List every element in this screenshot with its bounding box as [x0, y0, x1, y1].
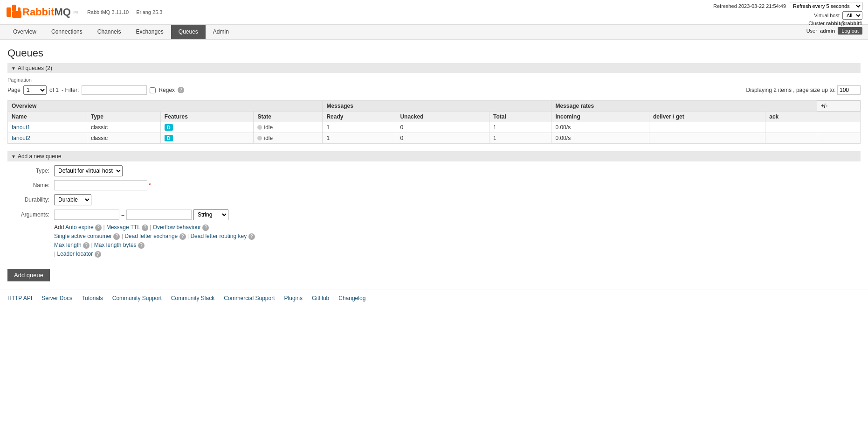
col-ack: ack: [765, 112, 817, 122]
cell-ready: 1: [323, 133, 396, 144]
displaying-info: Displaying 2 items , page size up to:: [746, 85, 861, 95]
pagination-label: Pagination: [7, 77, 861, 83]
col-ready: Ready: [323, 112, 396, 122]
col-features: Features: [160, 112, 254, 122]
dead-letter-exchange-help[interactable]: ?: [179, 233, 186, 240]
page-select[interactable]: 1: [23, 85, 47, 95]
name-label: Name:: [7, 182, 54, 189]
page-size-input[interactable]: [837, 85, 861, 95]
nav-channels[interactable]: Channels: [90, 25, 129, 39]
dead-letter-routing-key-link[interactable]: Dead letter routing key: [190, 233, 247, 239]
cell-extra: [817, 122, 860, 133]
regex-checkbox[interactable]: [150, 87, 156, 93]
overflow-behaviour-help[interactable]: ?: [202, 224, 209, 231]
cell-features: D: [160, 133, 254, 144]
cell-name[interactable]: fanout2: [8, 133, 87, 144]
auto-expire-link[interactable]: Auto expire: [65, 224, 94, 231]
help-regex[interactable]: ?: [178, 87, 184, 93]
leader-locator-help[interactable]: ?: [95, 251, 101, 258]
cell-incoming: 0.00/s: [551, 122, 649, 133]
footer-tutorials[interactable]: Tutorials: [82, 295, 103, 301]
cluster-line: Cluster rabbit@rabbit1: [713, 21, 862, 26]
max-length-bytes-help[interactable]: ?: [138, 242, 145, 249]
message-ttl-link[interactable]: Message TTL: [106, 224, 140, 231]
footer-github[interactable]: GitHub: [312, 295, 329, 301]
footer-plugins[interactable]: Plugins: [284, 295, 303, 301]
footer-http-api[interactable]: HTTP API: [7, 295, 32, 301]
cluster-label: Cluster: [808, 21, 825, 26]
arg-key-input[interactable]: [54, 210, 119, 220]
refresh-line: Refreshed 2023-03-22 21:54:49 Refresh ev…: [713, 2, 862, 10]
footer-community-slack[interactable]: Community Slack: [171, 295, 214, 301]
nav-admin[interactable]: Admin: [206, 25, 236, 39]
footer: HTTP API Server Docs Tutorials Community…: [0, 289, 868, 307]
all-queues-label: All queues (2): [18, 65, 52, 71]
cell-total: 1: [489, 122, 551, 133]
cell-unacked: 0: [396, 133, 489, 144]
vhost-label: Virtual host: [814, 13, 840, 18]
nav-exchanges[interactable]: Exchanges: [128, 25, 171, 39]
single-active-consumer-link[interactable]: Single active consumer: [54, 233, 112, 239]
table-row: fanout2 classic D idle 1 0 1 0.00/s: [8, 133, 861, 144]
nav-connections[interactable]: Connections: [44, 25, 90, 39]
message-ttl-help[interactable]: ?: [142, 224, 148, 231]
logout-button[interactable]: Log out: [838, 27, 862, 35]
queue-link[interactable]: fanout1: [12, 124, 30, 131]
feature-badge: D: [165, 135, 173, 141]
cell-extra: [817, 133, 860, 144]
arg-type-select[interactable]: String Boolean Number List: [193, 209, 228, 220]
page-title: Queues: [7, 47, 861, 59]
state-indicator: idle: [257, 124, 318, 131]
footer-changelog[interactable]: Changelog: [338, 295, 365, 301]
durability-select[interactable]: Durable Transient: [54, 194, 91, 205]
max-length-bytes-link[interactable]: Max length bytes: [94, 242, 137, 248]
footer-commercial-support[interactable]: Commercial Support: [224, 295, 275, 301]
filter-label: - Filter:: [62, 87, 79, 93]
vhost-select[interactable]: All: [842, 11, 862, 20]
col-type: Type: [87, 112, 160, 122]
version-info: RabbitMQ 3.11.10 Erlang 25.3: [87, 9, 163, 15]
type-select[interactable]: Default for virtual host Classic Quorum …: [54, 165, 123, 176]
col-unacked: Unacked: [396, 112, 489, 122]
leader-locator-link[interactable]: Leader locator: [57, 251, 93, 257]
arg-value-input[interactable]: [126, 210, 192, 220]
refresh-select[interactable]: Refresh every 5 seconds Refresh every 10…: [789, 2, 862, 10]
auto-expire-help[interactable]: ?: [95, 224, 102, 231]
cell-total: 1: [489, 133, 551, 144]
vhost-line: Virtual host All: [713, 11, 862, 20]
cell-name[interactable]: fanout1: [8, 122, 87, 133]
nav-queues[interactable]: Queues: [171, 25, 206, 39]
svg-rect-0: [7, 7, 11, 17]
help-links-row1: Add Auto expire ? | Message TTL ? | Over…: [54, 224, 861, 231]
user-name: admin: [820, 28, 835, 34]
add-queue-label: Add a new queue: [18, 153, 61, 160]
type-label: Type:: [7, 168, 54, 174]
plus-minus-btn[interactable]: +/-: [817, 101, 860, 112]
all-queues-header[interactable]: ▼ All queues (2): [7, 63, 861, 73]
regex-label: Regex: [158, 87, 175, 93]
single-active-consumer-help[interactable]: ?: [113, 233, 120, 240]
rabbitmq-version: RabbitMQ 3.11.10: [87, 9, 129, 15]
overflow-behaviour-link[interactable]: Overflow behaviour: [153, 224, 201, 231]
max-length-link[interactable]: Max length: [54, 242, 82, 248]
max-length-help[interactable]: ?: [83, 242, 90, 249]
state-indicator: idle: [257, 135, 318, 141]
name-input[interactable]: [54, 180, 147, 190]
user-label: User: [806, 28, 817, 34]
queue-link[interactable]: fanout2: [12, 135, 30, 141]
state-dot: [257, 125, 262, 130]
user-line: User admin Log out: [713, 27, 862, 35]
cell-state: idle: [254, 122, 323, 133]
add-queue-header[interactable]: ▼ Add a new queue: [7, 151, 861, 161]
overview-group-header: Overview: [8, 101, 323, 112]
nav-overview[interactable]: Overview: [6, 25, 44, 39]
cell-type: classic: [87, 133, 160, 144]
filter-input[interactable]: [82, 85, 147, 95]
arguments-row: Arguments: = String Boolean Number List: [7, 209, 861, 220]
footer-server-docs[interactable]: Server Docs: [41, 295, 72, 301]
footer-community-support[interactable]: Community Support: [112, 295, 162, 301]
cell-features: D: [160, 122, 254, 133]
dead-letter-routing-key-help[interactable]: ?: [248, 233, 255, 240]
add-queue-button[interactable]: Add queue: [7, 269, 50, 281]
dead-letter-exchange-link[interactable]: Dead letter exchange: [124, 233, 178, 239]
